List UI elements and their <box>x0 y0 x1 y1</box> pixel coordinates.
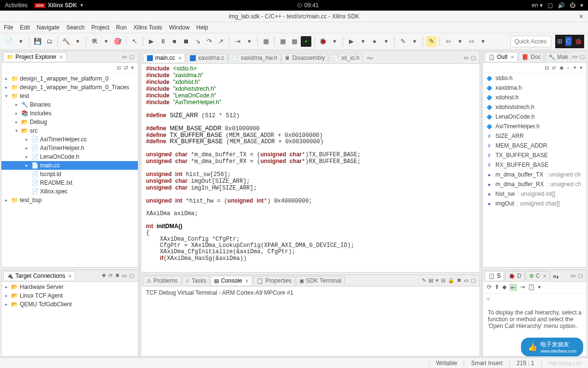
maximize-icon[interactable]: ▢ <box>129 273 134 279</box>
run-last-icon[interactable]: ● <box>369 36 380 47</box>
cursor-icon[interactable]: ↖ <box>129 36 140 47</box>
outline-item[interactable]: ●hist_sw : unsigned int[] <box>483 189 587 199</box>
menu-window[interactable]: Window <box>169 24 190 31</box>
clock[interactable]: ⏲ 09:41 <box>84 2 532 9</box>
outline-item[interactable]: 🔷xaxidma.h <box>483 83 587 93</box>
tree-item[interactable]: ▸📂Hardware Server <box>1 283 138 291</box>
dropdown-icon[interactable]: ▾ <box>15 36 26 47</box>
editor-tab[interactable]: 🟦main.cc✕ <box>143 53 185 62</box>
view-menu-icon[interactable]: ▾ <box>538 284 541 291</box>
cpp-perspective-icon[interactable]: C <box>565 37 572 46</box>
highlight-icon[interactable]: ✎ <box>426 36 437 47</box>
minimize-icon[interactable]: ▭ <box>122 54 127 60</box>
outline-item[interactable]: 🔷AxiTimerHelper.h <box>483 122 587 131</box>
resume-icon[interactable]: ▶ <box>146 36 157 47</box>
menu-project[interactable]: Project <box>91 24 109 31</box>
expand-arrow-icon[interactable]: ▾ <box>13 128 19 133</box>
bottom-tab-problems[interactable]: ⚠Problems <box>143 276 181 285</box>
expand-arrow-icon[interactable]: ▸ <box>3 198 9 203</box>
refresh-icon[interactable]: ⟳ <box>487 284 492 291</box>
expand-arrow-icon[interactable]: ▸ <box>3 285 9 289</box>
tab-s[interactable]: 📋S <box>485 271 504 280</box>
editor-body[interactable]: #include <stdio.h> #include "xaxidma.h" … <box>141 64 480 272</box>
sdk-icon[interactable]: ▦ <box>289 36 300 47</box>
expand-arrow-icon[interactable]: ▸ <box>13 120 19 124</box>
dropdown-icon[interactable]: ▾ <box>72 36 83 47</box>
step-return-icon[interactable]: ↗ <box>215 36 226 47</box>
maximize-icon[interactable]: ▢ <box>578 273 583 279</box>
dropdown-icon[interactable]: ▾ <box>101 36 111 47</box>
activities-label[interactable]: Activities <box>5 2 27 9</box>
history-icon[interactable]: 📋 <box>528 284 535 291</box>
maximize-icon[interactable]: ▢ <box>129 54 134 60</box>
bottom-tab-console[interactable]: ▤Console✕ <box>211 276 252 285</box>
outline-list[interactable]: 🔷stdio.h🔷xaxidma.h🔷xdohist.h🔷xdohiststre… <box>483 73 587 267</box>
collapse-icon[interactable]: ▿ <box>487 296 490 302</box>
tree-item[interactable]: ▸📁design_1_wrapper_hw_platform_0 <box>1 74 138 83</box>
tab-overflow[interactable]: »₃ <box>551 272 561 280</box>
active-app[interactable]: SDK Xilinx SDK ▼ <box>34 2 84 9</box>
expand-arrow-icon[interactable]: ▸ <box>3 293 9 298</box>
menu-navigate[interactable]: Navigate <box>37 24 59 31</box>
menu-file[interactable]: File <box>4 24 13 31</box>
tab-close-icon[interactable]: ✕ <box>68 273 72 279</box>
expand-arrow-icon[interactable]: ▸ <box>24 137 29 142</box>
dropdown-icon[interactable]: ▾ <box>244 36 254 47</box>
console-tool-icon[interactable]: ✎ <box>422 277 426 284</box>
expand-arrow-icon[interactable]: ▸ <box>13 102 19 107</box>
outline-item[interactable]: ●m_dma_buffer_TX : unsigned ch <box>483 170 587 179</box>
collapse-all-icon[interactable]: ⊟ <box>117 65 121 71</box>
dropdown-icon[interactable]: ▾ <box>454 36 465 47</box>
tree-item[interactable]: ▸📂Linux TCF Agent <box>1 291 138 300</box>
tree-item[interactable]: 📄Xilinx.spec <box>1 187 138 196</box>
editor-tab[interactable]: 📄xaxidma_hw.h <box>228 53 281 62</box>
menu-xilinx-tools[interactable]: Xilinx Tools <box>134 24 162 31</box>
tree-item[interactable]: 📄lscript.ld <box>1 170 138 178</box>
refresh-icon[interactable]: ⟳ <box>108 273 113 279</box>
tab-close-icon[interactable]: ✕ <box>245 278 249 284</box>
tab-close-icon[interactable]: ✕ <box>59 55 63 60</box>
delete-icon[interactable]: ✖ <box>115 273 120 279</box>
filter1-icon[interactable]: ◆ <box>560 65 563 71</box>
back-icon[interactable]: ⇦ <box>443 36 454 47</box>
up-icon[interactable]: ⬆ <box>494 284 499 291</box>
dropdown-icon[interactable]: ▾ <box>381 36 391 47</box>
link-editor-icon[interactable]: ⇄ <box>124 65 128 71</box>
tree-item[interactable]: 📄README.txt <box>1 178 138 187</box>
fpga-icon[interactable]: ▦ <box>261 36 271 47</box>
az-icon[interactable]: aᶻ <box>552 65 557 71</box>
outline-item[interactable]: 🔷LenaOnCode.h <box>483 112 587 122</box>
maximize-icon[interactable]: ▢ <box>471 55 476 61</box>
open-perspective-icon[interactable]: ⊞ <box>557 38 562 45</box>
run-icon[interactable]: ▶ <box>346 36 357 47</box>
dropdown-icon[interactable]: ▾ <box>358 36 368 47</box>
minimize-icon[interactable]: ▭ <box>122 273 127 279</box>
build-icon[interactable]: 🔨 <box>61 36 71 47</box>
outline-item[interactable]: 🔷stdio.h <box>483 73 587 83</box>
console-tool-icon[interactable]: ✖ <box>457 277 461 284</box>
add-icon[interactable]: ✚ <box>102 273 106 279</box>
view-menu-icon[interactable]: ▾ <box>580 65 583 71</box>
target-icon[interactable]: 🎯 <box>112 36 123 47</box>
repo-icon[interactable]: ▦ <box>278 36 288 47</box>
tree-item[interactable]: ▾📂src <box>1 126 138 135</box>
tree-item[interactable]: ▸📄AxiTimerHelper.cc <box>1 135 138 144</box>
bottom-tab-tasks[interactable]: ✓Tasks <box>182 276 210 285</box>
menu-edit[interactable]: Edit <box>20 24 30 31</box>
callers-icon[interactable]: ⇤ <box>509 284 517 291</box>
minimize-icon[interactable]: ▭ <box>464 55 468 61</box>
console-tool-icon[interactable]: ▭ <box>464 277 468 284</box>
menu-search[interactable]: Search <box>66 24 84 31</box>
outline-tab-doc[interactable]: 📕Doc <box>519 52 544 61</box>
console-tool-icon[interactable]: ▤ <box>428 277 433 284</box>
step-over-icon[interactable]: ↷ <box>204 36 214 47</box>
instruction-step-icon[interactable]: ⇥ <box>232 36 243 47</box>
bottom-tab-properties[interactable]: 📋Properties <box>253 276 295 285</box>
tab-close-icon[interactable]: ✕ <box>178 55 182 61</box>
step-into-icon[interactable]: ↘ <box>192 36 203 47</box>
outline-item[interactable]: #TX_BUFFER_BASE <box>483 150 587 160</box>
outline-item[interactable]: 🔷xdohist.h <box>483 93 587 102</box>
volume-icon[interactable]: 🔊 <box>558 2 565 9</box>
tab-close-icon[interactable]: ✕ <box>543 273 547 279</box>
editor-tab[interactable]: 🖩Disassembly <box>281 53 328 62</box>
